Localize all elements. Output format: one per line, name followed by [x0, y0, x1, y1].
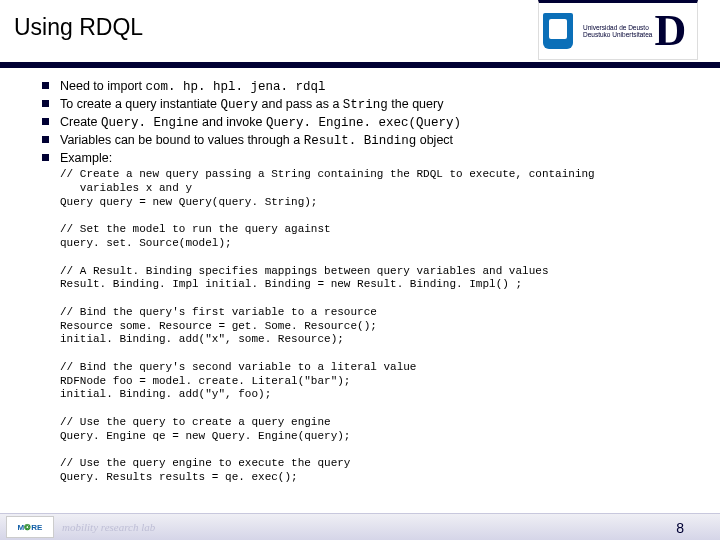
bullet-item: Example: — [40, 150, 700, 167]
shield-icon — [543, 13, 573, 49]
accent-bar — [0, 62, 720, 68]
page-number: 8 — [676, 520, 684, 536]
slide: Using RDQL Universidad de Deusto Deustuk… — [0, 0, 720, 540]
content-area: Need to import com. hp. hpl. jena. rdql … — [40, 78, 700, 485]
more-logo: M❂M RERE — [6, 516, 54, 538]
footer-text: mobility research lab — [62, 521, 155, 533]
bullet-item: To create a query instantiate Query and … — [40, 96, 700, 114]
logo-letter-d: D — [654, 13, 686, 48]
logo-line1: Universidad de Deusto — [583, 24, 652, 31]
logo-line2: Deustuko Unibertsitatea — [583, 31, 652, 38]
bullet-list: Need to import com. hp. hpl. jena. rdql … — [40, 78, 700, 166]
bullet-item: Variables can be bound to values through… — [40, 132, 700, 150]
university-logo: Universidad de Deusto Deustuko Unibertsi… — [538, 0, 698, 60]
title-area: Using RDQL Universidad de Deusto Deustuk… — [0, 0, 720, 62]
bullet-item: Create Query. Engine and invoke Query. E… — [40, 114, 700, 132]
code-example: // Create a new query passing a String c… — [60, 168, 700, 484]
logo-text: Universidad de Deusto Deustuko Unibertsi… — [583, 24, 652, 38]
footer-bar: M❂M RERE mobility research lab 8 — [0, 513, 720, 540]
slide-title: Using RDQL — [14, 14, 143, 41]
bullet-item: Need to import com. hp. hpl. jena. rdql — [40, 78, 700, 96]
